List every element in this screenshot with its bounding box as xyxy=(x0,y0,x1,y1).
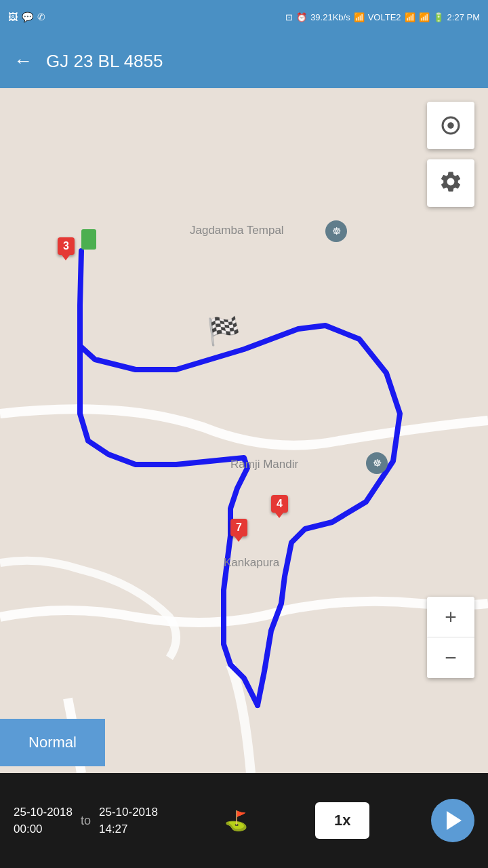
battery-level: 🔋 xyxy=(433,12,444,22)
svg-point-2 xyxy=(448,123,454,129)
label-ramji: Ramji Mandir xyxy=(230,458,298,471)
top-bar: ← GJ 23 BL 4855 xyxy=(0,34,488,88)
time-to: 14:27 xyxy=(99,821,158,838)
zoom-in-button[interactable]: + xyxy=(427,597,474,637)
date-to: 25-10-2018 xyxy=(99,804,158,821)
label-jagdamba: Jagdamba Tempal xyxy=(190,224,284,237)
time-display: 2:27 PM xyxy=(447,12,480,22)
map-marker-4: 4 xyxy=(271,495,288,513)
speed-button[interactable]: 1x xyxy=(315,802,369,839)
checkered-flag-marker: 🏁 xyxy=(207,315,241,347)
map-marker-7: 7 xyxy=(230,519,247,536)
screen-record-icon: ⊡ xyxy=(285,12,293,22)
map-type-normal-button[interactable]: Normal xyxy=(0,719,105,766)
label-kankapura: Kankapura xyxy=(224,556,279,570)
settings-button[interactable] xyxy=(427,159,474,207)
back-button[interactable]: ← xyxy=(14,50,33,72)
date-to-block: 25-10-2018 14:27 xyxy=(99,804,158,838)
location-icon xyxy=(439,113,463,138)
time-from: 00:00 xyxy=(14,821,73,838)
map-marker-3: 3 xyxy=(58,237,75,255)
whatsapp-icon: ✆ xyxy=(37,12,45,22)
route-path xyxy=(0,88,488,773)
temple-icon-jagdamba: ☸ xyxy=(325,220,347,242)
location-button[interactable] xyxy=(427,102,474,149)
status-left: 🖼 💬 ✆ xyxy=(8,12,45,22)
map-area[interactable]: Jagdamba Tempal Ramji Mandir Kankapura ☸… xyxy=(0,88,488,773)
road-overlay xyxy=(0,88,488,773)
route-waypoint-icon: ⛳ xyxy=(224,810,248,832)
date-range: 25-10-2018 00:00 to 25-10-2018 14:27 xyxy=(14,804,158,838)
bottom-bar: 25-10-2018 00:00 to 25-10-2018 14:27 ⛳ 1… xyxy=(0,773,488,868)
zoom-controls: + − xyxy=(427,597,474,678)
date-from: 25-10-2018 xyxy=(14,804,73,821)
network-type: VOLTE2 xyxy=(368,12,401,22)
wifi-icon: 📶 xyxy=(354,12,365,22)
green-flag-marker xyxy=(81,229,96,250)
zoom-out-button[interactable]: − xyxy=(427,637,474,678)
gear-icon xyxy=(439,170,463,197)
temple-icon-ramji: ☸ xyxy=(366,452,388,474)
network-speed: 39.21Kb/s xyxy=(310,12,350,22)
signal-icon: 📶 xyxy=(405,12,415,22)
date-from-block: 25-10-2018 00:00 xyxy=(14,804,73,838)
play-button[interactable] xyxy=(431,799,474,842)
message-icon: 💬 xyxy=(22,12,33,22)
status-right: ⊡ ⏰ 39.21Kb/s 📶 VOLTE2 📶 📶 🔋 2:27 PM xyxy=(285,12,480,22)
signal-icon2: 📶 xyxy=(419,12,430,22)
status-bar: 🖼 💬 ✆ ⊡ ⏰ 39.21Kb/s 📶 VOLTE2 📶 📶 🔋 2:27 … xyxy=(0,0,488,34)
to-label: to xyxy=(81,814,91,828)
clock-icon: ⏰ xyxy=(296,12,307,22)
gallery-icon: 🖼 xyxy=(8,12,18,22)
page-title: GJ 23 BL 4855 xyxy=(46,51,163,72)
